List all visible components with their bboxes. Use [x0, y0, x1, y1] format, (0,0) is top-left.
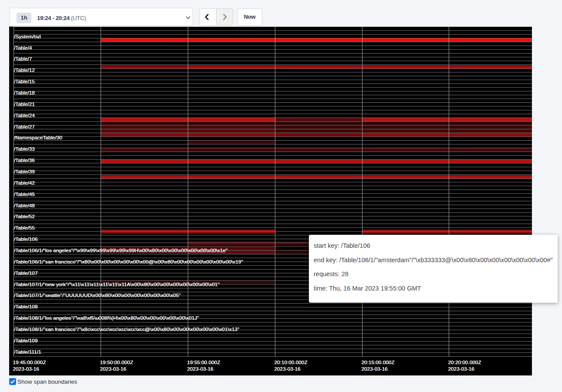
- svg-text:20:15:00.000Z: 20:15:00.000Z: [362, 359, 395, 365]
- svg-text:2023-03-16: 2023-03-16: [13, 366, 40, 372]
- svg-text:/Table/33: /Table/33: [14, 146, 35, 152]
- svg-text:/Table/52: /Table/52: [14, 213, 35, 220]
- svg-text:/Table/24: /Table/24: [14, 112, 35, 118]
- svg-text:/Table/45: /Table/45: [14, 191, 35, 197]
- svg-text:/Table/7: /Table/7: [14, 56, 32, 62]
- svg-text:2023-03-16: 2023-03-16: [187, 366, 214, 372]
- svg-text:/Table/111/1: /Table/111/1: [14, 349, 41, 355]
- svg-text:2023-03-16: 2023-03-16: [448, 366, 475, 372]
- svg-text:/Table/109: /Table/109: [14, 338, 37, 344]
- svg-text:20:10:00.000Z: 20:10:00.000Z: [274, 359, 308, 365]
- svg-text:/Table/27: /Table/27: [14, 124, 35, 130]
- svg-text:/Table/107/1/"new york"/"\x11\: /Table/107/1/"new york"/"\x11\x11\x11\x1…: [14, 281, 220, 287]
- svg-text:/System/tsd: /System/tsd: [14, 34, 41, 40]
- svg-text:/Table/39: /Table/39: [14, 169, 35, 175]
- svg-text:/Table/48: /Table/48: [14, 203, 35, 209]
- svg-text:2023-03-16: 2023-03-16: [100, 366, 127, 372]
- svg-text:/Table/108/1/"san francisco"/": /Table/108/1/"san francisco"/"\x8c\xcc\x…: [14, 326, 239, 332]
- svg-text:20:20:00.000Z: 20:20:00.000Z: [448, 359, 481, 365]
- svg-text:/Table/12: /Table/12: [14, 67, 35, 73]
- svg-text:/Table/55: /Table/55: [14, 225, 35, 231]
- svg-text:/Table/21: /Table/21: [14, 101, 35, 107]
- svg-text:/Table/18: /Table/18: [14, 90, 35, 96]
- svg-text:19:55:00.000Z: 19:55:00.000Z: [187, 359, 220, 365]
- svg-text:/Table/108/1/"los angeles"/"\x: /Table/108/1/"los angeles"/"\xa8\xf5\u00…: [14, 315, 199, 321]
- svg-text:/Table/42: /Table/42: [14, 180, 35, 186]
- svg-text:/Table/15: /Table/15: [14, 78, 35, 84]
- svg-text:/Table/106: /Table/106: [14, 236, 38, 242]
- svg-text:/Table/106/1/"los angeles"/"\x: /Table/106/1/"los angeles"/"\x99\x99\x99…: [14, 247, 227, 253]
- svg-text:2023-03-16: 2023-03-16: [274, 366, 301, 372]
- svg-text:2023-03-16: 2023-03-16: [362, 366, 388, 372]
- svg-text:/Table/107: /Table/107: [14, 270, 37, 276]
- svg-text:/Table/4: /Table/4: [14, 45, 32, 51]
- svg-text:19:50:00.000Z: 19:50:00.000Z: [100, 359, 133, 365]
- svg-text:19:45:00.000Z: 19:45:00.000Z: [13, 359, 46, 365]
- svg-text:/Table/108: /Table/108: [14, 304, 38, 310]
- svg-text:/NamespaceTable/30: /NamespaceTable/30: [14, 135, 62, 141]
- svg-text:/Table/36: /Table/36: [14, 157, 35, 163]
- svg-text:/Table/106/1/"san francisco"/": /Table/106/1/"san francisco"/"\x80\x00\x…: [14, 259, 243, 265]
- svg-text:/Table/107/1/"seattle"/"UUUUUU: /Table/107/1/"seattle"/"UUUUUUD\x00\x80\…: [14, 292, 181, 298]
